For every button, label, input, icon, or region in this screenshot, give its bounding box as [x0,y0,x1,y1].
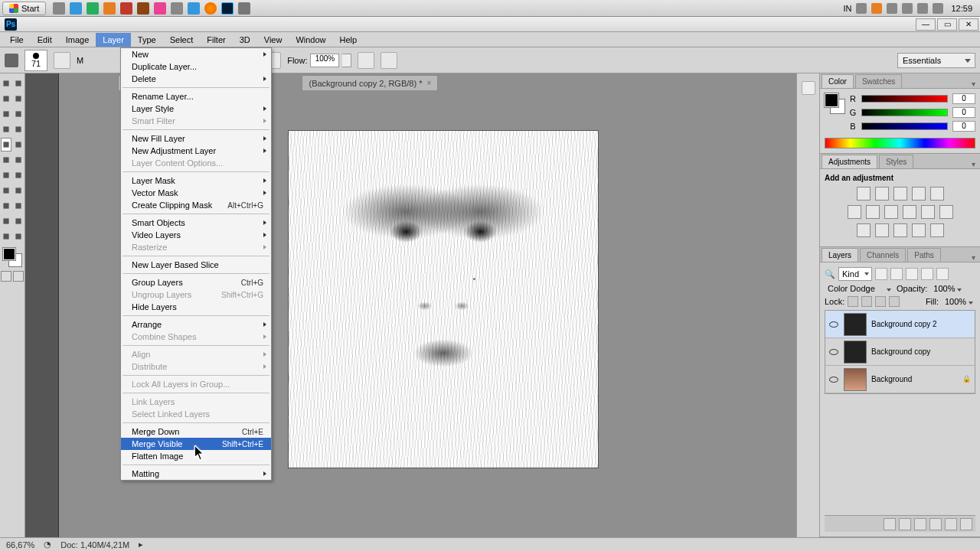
close-button[interactable]: ✕ [959,18,978,31]
curves-icon[interactable] [893,187,907,201]
brush-panel-toggle-icon[interactable] [54,52,70,69]
layer-name[interactable]: Background [871,375,912,383]
filter-shape-icon[interactable] [921,268,933,280]
menuitem-duplicate-layer[interactable]: Duplicate Layer... [121,60,271,73]
menuitem-layer-style[interactable]: Layer Style [121,103,271,115]
link-layers-icon[interactable] [884,518,896,530]
menuitem-layer-mask[interactable]: Layer Mask [121,174,271,187]
eraser-tool-icon[interactable] [13,153,24,167]
menu-filter[interactable]: Filter [200,33,232,47]
tab-close-icon[interactable]: × [426,79,431,87]
filter-pixel-icon[interactable] [875,268,887,280]
zoom-tool-icon[interactable] [1,230,11,243]
tab-channels[interactable]: Channels [860,248,906,262]
delete-layer-icon[interactable] [960,518,972,530]
start-button[interactable]: Start [2,2,46,15]
menuitem-flatten-image[interactable]: Flatten Image [121,450,271,462]
symmetry-icon[interactable] [381,52,397,69]
taskbar-app-icon[interactable] [120,2,132,15]
wand-tool-icon[interactable] [1,107,11,121]
tab-paths[interactable]: Paths [907,248,941,262]
brush-preset-picker[interactable]: 71 [24,50,47,71]
eyedropper-tool-icon[interactable] [1,122,11,136]
status-icon[interactable]: ◔ [44,540,51,549]
lock-transparency-icon[interactable] [848,296,858,307]
exposure-icon[interactable] [912,187,926,201]
menu-edit[interactable]: Edit [31,33,59,47]
vibrance-icon[interactable] [930,187,944,201]
workspace-switcher[interactable]: Essentials [897,53,975,68]
tablet-pressure-icon[interactable] [358,52,374,69]
g-input[interactable]: 0 [952,107,975,118]
selectivecolor-icon[interactable] [930,223,944,237]
pen-tool-icon[interactable] [13,184,24,197]
screenmode-icon[interactable] [13,271,24,282]
layer-thumbnail[interactable] [844,313,867,336]
opacity-input[interactable]: 100% [930,284,964,293]
r-input[interactable]: 0 [952,93,975,104]
threshold-icon[interactable] [893,223,907,237]
filter-adjustment-icon[interactable] [890,268,903,280]
menuitem-rename-layer[interactable]: Rename Layer... [121,90,271,103]
layer-row[interactable]: Background copy 2 [825,311,975,338]
taskbar-app-icon[interactable] [188,2,200,15]
filter-smart-icon[interactable] [936,268,949,280]
menuitem-hide-layers[interactable]: Hide Layers [121,301,271,313]
menuitem-merge-visible[interactable]: Merge VisibleShift+Ctrl+E [121,438,271,450]
menuitem-delete[interactable]: Delete [121,73,271,85]
layer-name[interactable]: Background copy [871,347,930,356]
search-icon[interactable]: 🔍 [825,269,835,279]
tray-icon[interactable] [933,3,943,14]
panel-menu-icon[interactable]: ▾ [967,160,980,168]
blend-mode-dropdown[interactable]: Color Dodge [825,284,893,293]
tab-swatches[interactable]: Swatches [855,74,902,88]
panel-menu-icon[interactable]: ▾ [967,253,980,262]
foreground-color-swatch[interactable] [3,248,15,260]
path-tool-icon[interactable] [13,199,24,213]
visibility-eye-icon[interactable] [828,319,839,330]
document-tab[interactable]: (Background copy 2, RGB/8) * × [302,75,438,90]
taskbar-app-icon[interactable] [238,2,250,15]
gradientmap-icon[interactable] [912,223,926,237]
taskbar-app-icon[interactable] [53,2,65,15]
blur-tool-icon[interactable] [13,168,24,182]
menu-layer[interactable]: Layer [96,33,131,47]
panel-menu-icon[interactable]: ▾ [967,80,980,88]
tool-preset-icon[interactable] [5,54,18,67]
layer-thumbnail[interactable] [844,368,867,391]
maximize-button[interactable]: ▭ [937,18,957,31]
taskbar-app-icon[interactable] [87,2,99,15]
visibility-eye-icon[interactable] [828,374,839,385]
new-folder-icon[interactable] [929,518,942,530]
fill-input[interactable]: 100% [942,297,975,306]
marquee-tool-icon[interactable] [1,92,11,106]
tab-layers[interactable]: Layers [822,248,858,262]
menuitem-arrange[interactable]: Arrange [121,318,271,331]
history-panel-icon[interactable] [802,81,815,95]
doc-size[interactable]: Doc: 1,40M/4,21M [60,540,129,549]
hue-strip[interactable] [825,138,975,148]
filter-kind-dropdown[interactable]: Kind [838,267,872,281]
new-layer-icon[interactable] [945,518,957,530]
tray-icon[interactable] [871,3,882,14]
menuitem-new-layer-based-slice[interactable]: New Layer Based Slice [121,259,271,271]
colorlookup-icon[interactable] [939,205,953,219]
zoom-level[interactable]: 66,67% [6,540,34,549]
menuitem-new-fill-layer[interactable]: New Fill Layer [121,132,271,145]
heal-tool-icon[interactable] [13,122,24,136]
layer-row[interactable]: Background copy [825,338,975,366]
artboard-tool-icon[interactable] [13,77,24,90]
tray-icon[interactable] [917,3,928,14]
menuitem-vector-mask[interactable]: Vector Mask [121,187,271,199]
levels-icon[interactable] [875,187,889,201]
layer-row[interactable]: Background🔒 [825,366,975,393]
menu-3d[interactable]: 3D [233,33,257,47]
taskbar-firefox-icon[interactable] [204,2,217,15]
stamp-tool-icon[interactable] [13,138,24,152]
menu-select[interactable]: Select [163,33,201,47]
tab-color[interactable]: Color [822,74,854,88]
tab-styles[interactable]: Styles [879,155,913,168]
tray-icon[interactable] [902,3,913,14]
menuitem-group-layers[interactable]: Group LayersCtrl+G [121,276,271,289]
quickmask-icon[interactable] [1,271,11,282]
